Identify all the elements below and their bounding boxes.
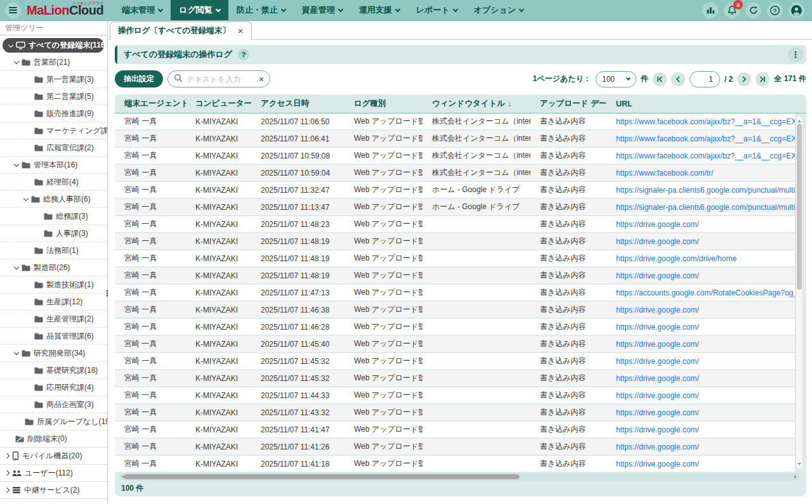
url-link[interactable]: https://www.facebook.com/ajax/bz?__a=1&_… [616, 134, 795, 143]
tree-item[interactable]: 営業部(21) [0, 54, 107, 71]
extract-settings-button[interactable]: 抽出設定 [115, 70, 163, 87]
chevron-right-icon[interactable] [4, 488, 10, 493]
tree-item[interactable]: マーケティング課(2) [0, 122, 107, 139]
help-icon[interactable]: ? [238, 49, 249, 60]
first-page-button[interactable] [653, 72, 667, 86]
chevron-down-icon[interactable] [14, 162, 19, 167]
url-link[interactable]: https://drive.google.com/ [616, 220, 699, 229]
table-row[interactable]: 宮崎 一真K-MIYAZAKI2025/11/07 11:46:28Web アッ… [115, 319, 795, 335]
column-header[interactable]: ログ種別 [344, 98, 422, 109]
chevron-down-icon[interactable] [23, 196, 29, 201]
url-link[interactable]: https://drive.google.com/ [616, 357, 699, 366]
column-header[interactable]: 端末エージェント名 [115, 98, 186, 109]
chevron-right-icon[interactable] [4, 470, 10, 475]
table-row[interactable]: 宮崎 一真K-MIYAZAKI2025/11/07 11:45:32Web アッ… [115, 353, 795, 369]
tree-item[interactable]: 品質管理課(6) [0, 328, 107, 345]
url-link[interactable]: https://signaler-pa.clients6.google.com/… [616, 186, 795, 195]
table-row[interactable]: 宮崎 一真K-MIYAZAKI2025/11/07 11:41:47Web アッ… [115, 422, 795, 437]
url-link[interactable]: https://drive.google.com/drive/home [616, 254, 737, 263]
chevron-down-icon[interactable] [14, 350, 19, 355]
vertical-scrollbar[interactable] [796, 115, 803, 470]
url-link[interactable]: https://accounts.google.com/RotateCookie… [616, 288, 795, 297]
url-link[interactable]: https://drive.google.com/ [616, 408, 699, 417]
help-button[interactable]: ? [767, 3, 783, 18]
tree-item[interactable]: 中継サービス(2) [0, 482, 107, 499]
table-row[interactable]: 宮崎 一真K-MIYAZAKI2025/11/07 11:06:50Web アッ… [115, 113, 795, 129]
table-row[interactable]: 宮崎 一真K-MIYAZAKI2025/11/07 11:47:13Web アッ… [115, 285, 795, 300]
column-header[interactable]: ウィンドウタイトル↓ [422, 98, 530, 109]
tree-item[interactable]: 広報宣伝課(2) [0, 139, 107, 157]
tree-item[interactable]: 製造技術課(1) [0, 276, 107, 294]
url-link[interactable]: https://drive.google.com/ [616, 271, 699, 280]
more-options-button[interactable]: ⋮ [788, 47, 803, 62]
table-row[interactable]: 宮崎 一真K-MIYAZAKI2025/11/07 10:59:08Web アッ… [115, 148, 795, 164]
tree-item[interactable]: 所属グループなし(19) [0, 413, 107, 430]
tab-operation-log[interactable]: 操作ログ〔すべての登録端末〕 × [110, 22, 252, 40]
tab-close-icon[interactable]: × [238, 26, 244, 36]
table-row[interactable]: 宮崎 一真K-MIYAZAKI2025/11/07 10:59:04Web アッ… [115, 165, 795, 181]
last-page-button[interactable] [756, 72, 769, 86]
tree-item[interactable]: 研究開発部(34) [0, 345, 107, 362]
tree-item[interactable]: 応用研究課(4) [0, 379, 107, 396]
table-row[interactable]: 宮崎 一真K-MIYAZAKI2025/11/07 11:45:32Web アッ… [115, 370, 795, 386]
table-row[interactable]: 宮崎 一真K-MIYAZAKI2025/11/07 11:46:38Web アッ… [115, 302, 795, 318]
tree-item[interactable]: ユーザー(112) [0, 465, 107, 482]
column-header[interactable]: コンピューター名 [186, 98, 251, 109]
stats-button[interactable] [702, 3, 718, 18]
nav-item-3[interactable]: 防止・禁止 [228, 0, 294, 20]
table-row[interactable]: 宮崎 一真K-MIYAZAKI2025/11/07 11:48:19Web アッ… [115, 233, 795, 249]
tree-item[interactable]: 生産管理課(2) [0, 311, 107, 328]
url-link[interactable]: https://drive.google.com/ [616, 460, 699, 468]
tree-item[interactable]: 総務課(3) [0, 208, 107, 225]
hamburger-menu-button[interactable] [5, 3, 21, 18]
tree-item[interactable]: 生産課(12) [0, 294, 107, 311]
table-row[interactable]: 宮崎 一真K-MIYAZAKI2025/11/07 11:13:47Web アッ… [115, 199, 795, 215]
url-link[interactable]: https://www.facebook.com/ajax/bz?__a=1&_… [616, 117, 795, 126]
url-link[interactable]: https://drive.google.com/ [616, 323, 699, 332]
column-header[interactable]: アクセス日時 [251, 98, 344, 109]
nav-item-2[interactable]: ログ閲覧 [171, 0, 228, 20]
notifications-button[interactable]: 4 [724, 3, 740, 18]
url-link[interactable]: https://signaler-pa.clients6.google.com/… [616, 203, 795, 212]
url-link[interactable]: https://drive.google.com/ [616, 237, 699, 246]
horizontal-scrollbar[interactable] [119, 473, 800, 481]
table-row[interactable]: 宮崎 一真K-MIYAZAKI2025/11/07 11:48:19Web アッ… [115, 250, 795, 266]
chevron-down-icon[interactable] [8, 42, 13, 47]
vertical-scrollbar-thumb[interactable] [797, 124, 802, 290]
tree-item[interactable]: 基礎研究課(18) [0, 362, 107, 379]
tree-item[interactable]: 第一営業課(3) [0, 71, 107, 88]
nav-item-1[interactable]: 端末管理 [114, 0, 171, 20]
url-link[interactable]: https://drive.google.com/ [616, 425, 699, 434]
horizontal-scrollbar-thumb[interactable] [124, 474, 520, 479]
tree-item[interactable]: モバイル機器(20) [0, 448, 107, 465]
page-number-input[interactable] [690, 71, 720, 87]
tree-item[interactable]: 法務部(1) [0, 242, 107, 259]
table-row[interactable]: 宮崎 一真K-MIYAZAKI2025/11/07 11:45:40Web アッ… [115, 336, 795, 352]
nav-item-6[interactable]: レポート [408, 0, 466, 20]
tree-item[interactable]: 第二営業課(5) [0, 88, 107, 105]
table-row[interactable]: 宮崎 一真K-MIYAZAKI2025/11/07 11:06:41Web アッ… [115, 131, 795, 146]
chevron-down-icon[interactable] [14, 264, 19, 269]
table-row[interactable]: 宮崎 一真K-MIYAZAKI2025/11/07 11:32:47Web アッ… [115, 182, 795, 198]
url-link[interactable]: https://www.facebook.com/ajax/bz?__a=1&_… [616, 152, 795, 160]
chevron-right-icon[interactable] [4, 453, 10, 458]
tree-item[interactable]: 管理本部(16) [0, 157, 107, 174]
search-input[interactable] [187, 75, 255, 84]
per-page-select[interactable]: 100 [596, 71, 636, 87]
table-row[interactable]: 宮崎 一真K-MIYAZAKI2025/11/07 11:41:18Web アッ… [115, 456, 795, 472]
tree-item[interactable]: 総務人事部(6) [0, 191, 107, 208]
url-link[interactable]: https://drive.google.com/ [616, 374, 699, 383]
url-link[interactable]: https://www.facebook.com/tr/ [616, 169, 713, 178]
nav-item-5[interactable]: 運用支援 [351, 0, 408, 20]
account-button[interactable] [789, 3, 804, 18]
url-link[interactable]: https://drive.google.com/ [616, 391, 699, 400]
tree-item[interactable]: 人事課(3) [0, 225, 107, 242]
nav-item-4[interactable]: 資産管理 [294, 0, 351, 20]
next-page-button[interactable] [737, 72, 751, 86]
tree-item[interactable]: 商品企画室(3) [0, 396, 107, 413]
tree-item[interactable]: 製造部(26) [0, 259, 107, 276]
nav-item-7[interactable]: オプション [466, 0, 532, 20]
sidebar-resize-handle[interactable]: ⋮ [103, 286, 112, 300]
chevron-down-icon[interactable] [14, 59, 19, 64]
tree-item[interactable]: 削除端末(0) [0, 430, 107, 448]
